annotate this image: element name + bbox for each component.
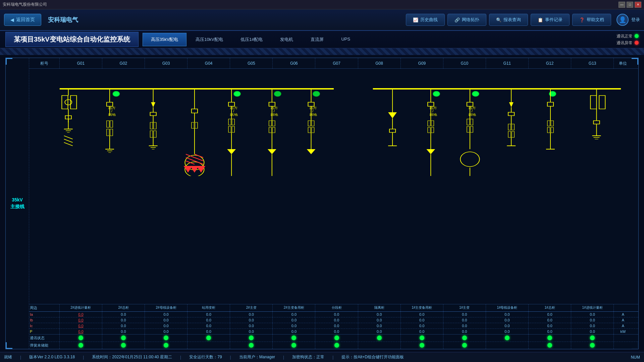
history-curve-button[interactable]: 📈 历史曲线 <box>406 14 445 26</box>
maximize-button[interactable]: □ <box>627 2 633 8</box>
comm-status-row: 通讯状态 <box>29 335 638 342</box>
svg-text:/: / <box>233 110 234 113</box>
svg-point-89 <box>313 91 320 97</box>
network-topology-button[interactable]: 🔗 网络拓扑 <box>447 14 486 26</box>
svg-rect-20 <box>107 102 113 106</box>
encrypt-status: 加密狗状态：正常 <box>292 354 324 360</box>
svg-rect-144 <box>547 102 553 106</box>
svg-rect-69 <box>228 126 231 132</box>
status-indicators: 通讯正常 通讯异常 <box>616 33 639 46</box>
close-button[interactable]: ✕ <box>635 2 641 8</box>
g06-schematic[interactable]: 远方 / 就地 <box>268 89 281 154</box>
tab-hv35kv[interactable]: 高压35kV配电 <box>143 33 187 46</box>
svg-marker-72 <box>227 149 236 154</box>
svg-rect-113 <box>431 121 434 126</box>
svg-rect-25 <box>110 129 113 136</box>
svg-marker-132 <box>509 102 514 107</box>
ready-status: 就绪 <box>4 354 12 360</box>
ib-row: Ib 0.0 0.0 0.0 0.0 0.0 0.0 0.0 0.0 0.0 0… <box>29 317 638 323</box>
login-label[interactable]: 登录 <box>631 17 640 23</box>
g10-comm-dot <box>462 336 467 340</box>
window-controls[interactable]: — □ ✕ <box>619 2 641 8</box>
status-bar: 就绪 | 版本Ver 2.2.0 LEG 3.3.18 | 系统时间：2022年… <box>0 352 644 362</box>
svg-line-53 <box>186 161 195 164</box>
svg-text:远方: 远方 <box>230 106 237 109</box>
g01-comm-dot <box>78 336 83 340</box>
svg-text:/: / <box>432 110 433 113</box>
g09-spring-dot <box>420 343 424 348</box>
col-header-g12: G12 <box>529 58 571 68</box>
login-area[interactable]: 👤 登录 <box>616 14 640 26</box>
g10-spring-dot <box>462 343 467 348</box>
svg-rect-112 <box>428 121 430 126</box>
g09-schematic[interactable]: 远方 / 就地 <box>426 89 440 154</box>
svg-point-121 <box>472 91 479 97</box>
tab-generator[interactable]: 发电机 <box>272 33 302 46</box>
g07-comm-dot <box>334 336 339 340</box>
svg-rect-127 <box>467 126 470 132</box>
g10-schematic[interactable]: 远方 / 就地 <box>460 89 479 167</box>
tab-lv1[interactable]: 低压1#配电 <box>232 33 271 46</box>
svg-rect-22 <box>107 121 109 127</box>
tab-dc-screen[interactable]: 直流屏 <box>302 33 332 46</box>
svg-rect-147 <box>551 121 553 126</box>
svg-rect-65 <box>228 102 234 106</box>
svg-rect-81 <box>272 121 275 126</box>
g08-schematic[interactable] <box>388 89 397 146</box>
col-header-g06: G06 <box>273 58 315 68</box>
svg-line-51 <box>186 154 195 158</box>
g05-bottom-transformer[interactable] <box>223 154 240 176</box>
column-headers: 柜号 G01 G02 G03 G04 G05 G06 G07 G08 G09 G… <box>29 58 638 69</box>
comm-normal-dot <box>635 34 639 38</box>
col-header-g07: G07 <box>315 58 358 68</box>
main-bus-label: 35kV 主接线 <box>6 58 29 349</box>
description-row: 周边 2#进线计量柜 2#总柜 2#母线设备柜 站用变柜 2#主变 2#主变备用… <box>29 304 638 312</box>
col-header-g11: G11 <box>486 58 529 68</box>
g03-schematic[interactable] <box>149 89 158 149</box>
svg-point-108 <box>433 91 440 97</box>
help-doc-button[interactable]: ❓ 帮助文档 <box>572 14 611 26</box>
title-bar: 安科瑞电气股份有限公司 — □ ✕ <box>0 0 644 9</box>
g02-spring-dot <box>121 343 126 348</box>
svg-rect-80 <box>269 121 272 126</box>
nav-buttons: 📈 历史曲线 🔗 网络拓扑 🔍 报表查询 📋 事件记录 ❓ 帮助文档 <box>406 14 611 26</box>
svg-point-18 <box>113 91 120 97</box>
svg-text:/: / <box>312 110 313 113</box>
svg-rect-68 <box>232 119 234 125</box>
g01-schematic[interactable] <box>62 89 76 146</box>
corner-tl <box>6 58 12 65</box>
svg-rect-48 <box>192 122 194 128</box>
g11-schematic[interactable] <box>507 89 516 146</box>
g10-bottom-transformer[interactable] <box>461 168 479 176</box>
tab-ups[interactable]: UPS <box>333 33 359 46</box>
report-query-button[interactable]: 🔍 报表查询 <box>489 14 528 26</box>
tab-hv10kv[interactable]: 高压10kV配电 <box>187 33 231 46</box>
g06-comm-dot <box>291 336 296 340</box>
event-log-button[interactable]: 📋 事件记录 <box>531 14 570 26</box>
minimize-button[interactable]: — <box>619 2 625 8</box>
ia-row: Ia 0.0 0.0 0.0 0.0 0.0 0.0 0.0 0.0 0.0 0… <box>29 312 638 317</box>
diagram-container: 35kV 主接线 柜号 G01 G02 G03 G04 G05 G06 G07 … <box>5 58 639 349</box>
svg-rect-3 <box>70 96 76 109</box>
svg-text:就地: 就地 <box>429 113 437 116</box>
g12-spring-dot <box>547 343 552 348</box>
svg-rect-23 <box>110 121 113 127</box>
col-header-g03: G03 <box>145 58 187 68</box>
window-title: 安科瑞电气股份有限公司 <box>3 2 47 7</box>
g06-bottom-transformer[interactable] <box>263 154 281 176</box>
g04-schematic[interactable] <box>183 89 205 176</box>
g07-schematic[interactable]: 远方 / 就地 <box>307 89 320 154</box>
back-button[interactable]: ◀ 返回首页 <box>4 14 41 26</box>
g05-schematic[interactable]: 远方 / 就地 <box>227 89 240 154</box>
svg-text:远方: 远方 <box>468 106 476 109</box>
g06-spring-dot <box>291 343 296 348</box>
g02-schematic[interactable]: 远方 / 就地 <box>105 89 120 153</box>
svg-rect-70 <box>232 126 234 132</box>
svg-rect-91 <box>308 102 314 106</box>
g13-schematic[interactable] <box>590 89 605 139</box>
svg-marker-117 <box>426 149 435 154</box>
g09-bottom-transformer[interactable] <box>422 154 439 176</box>
g01-spring-dot <box>78 343 83 348</box>
g12-schematic[interactable] <box>546 89 556 149</box>
search-icon: 🔍 <box>496 17 501 22</box>
